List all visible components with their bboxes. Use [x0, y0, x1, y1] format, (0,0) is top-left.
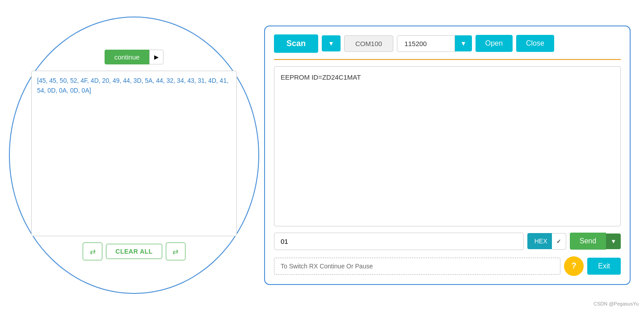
- main-container: continue ▶ [45, 45, 50, 52, 4F, 4D, 20, …: [0, 0, 644, 310]
- hex-group: HEX ✓: [527, 233, 566, 250]
- baud-group: ▼: [397, 35, 472, 52]
- circle-panel: continue ▶ [45, 45, 50, 52, 4F, 4D, 20, …: [9, 17, 259, 294]
- clear-all-button[interactable]: CLEAR ALL: [106, 244, 162, 259]
- bottom-buttons-row: ⇄ CLEAR ALL ⇄: [83, 242, 185, 260]
- baud-rate-input[interactable]: [397, 35, 455, 52]
- continue-arrow-button[interactable]: ▶: [149, 50, 164, 64]
- send-row: HEX ✓ Send ▼: [274, 233, 621, 250]
- scan-dropdown-button[interactable]: ▼: [322, 35, 341, 51]
- scan-button[interactable]: Scan: [274, 34, 318, 53]
- output-text: EEPROM ID=ZD24C1MAT: [281, 73, 361, 81]
- open-button[interactable]: Open: [476, 35, 513, 52]
- hex-button[interactable]: HEX: [527, 233, 552, 249]
- watermark: CSDN @PegasusYu: [593, 301, 639, 306]
- baud-dropdown-button[interactable]: ▼: [455, 35, 472, 51]
- left-icon: ⇄: [90, 247, 96, 256]
- send-input[interactable]: [274, 233, 524, 250]
- scan-dropdown-arrow-icon: ▼: [328, 40, 334, 47]
- data-content: [45, 45, 50, 52, 4F, 4D, 20, 49, 44, 3D,…: [37, 77, 228, 94]
- data-display-box: [45, 45, 50, 52, 4F, 4D, 20, 49, 44, 3D,…: [31, 71, 237, 236]
- exit-button[interactable]: Exit: [587, 258, 621, 275]
- output-area: EEPROM ID=ZD24C1MAT: [274, 66, 621, 226]
- right-panel: Scan ▼ ▼ Open Close EEPROM ID=ZD24C1MAT …: [264, 25, 631, 285]
- continue-button[interactable]: continue: [105, 50, 150, 64]
- close-button[interactable]: Close: [516, 35, 554, 52]
- toolbar: Scan ▼ ▼ Open Close: [274, 34, 621, 60]
- com-port-input[interactable]: [344, 35, 393, 52]
- circle-inner: continue ▶ [45, 45, 50, 52, 4F, 4D, 20, …: [31, 50, 237, 260]
- continue-row: continue ▶: [105, 50, 164, 64]
- status-text: To Switch RX Continue Or Pause: [274, 258, 560, 275]
- send-dropdown-arrow-icon: ▼: [610, 238, 616, 245]
- send-button[interactable]: Send: [570, 233, 606, 250]
- baud-dropdown-arrow-icon: ▼: [460, 40, 467, 47]
- question-button[interactable]: ?: [564, 256, 584, 276]
- hex-check-icon: ✓: [556, 238, 561, 245]
- hex-right-button[interactable]: ✓: [552, 233, 566, 250]
- status-row: To Switch RX Continue Or Pause ? Exit: [274, 256, 621, 276]
- send-dropdown-button[interactable]: ▼: [606, 234, 621, 249]
- right-icon-button[interactable]: ⇄: [166, 242, 185, 260]
- question-icon: ?: [572, 261, 577, 271]
- send-group: Send ▼: [570, 233, 621, 250]
- right-icon: ⇄: [173, 247, 178, 256]
- left-icon-button[interactable]: ⇄: [83, 242, 102, 260]
